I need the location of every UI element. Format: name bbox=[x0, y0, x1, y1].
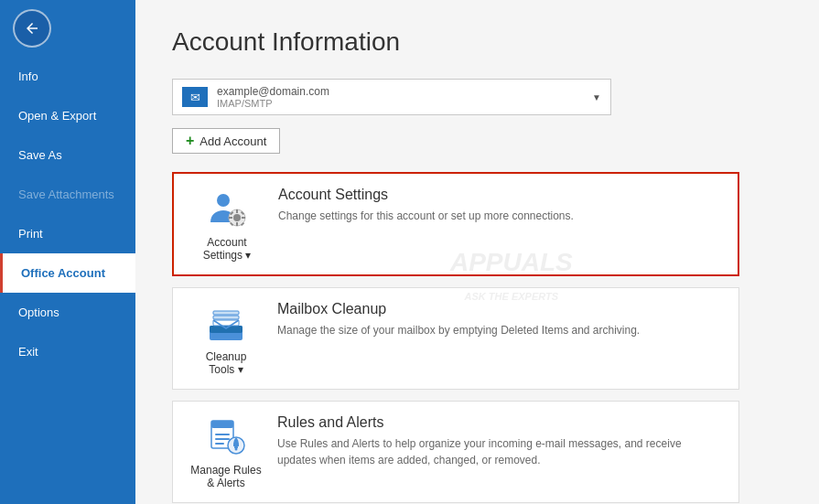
account-settings-icon bbox=[204, 187, 250, 232]
svg-rect-12 bbox=[210, 326, 242, 333]
svg-rect-5 bbox=[229, 217, 232, 219]
plus-icon: + bbox=[186, 134, 194, 148]
add-account-button[interactable]: + Add Account bbox=[172, 128, 280, 154]
svg-rect-6 bbox=[242, 217, 245, 219]
account-email: example@domain.com bbox=[217, 85, 585, 98]
cleanup-title: Mailbox Cleanup bbox=[277, 301, 722, 317]
sidebar-item-label: Exit bbox=[18, 345, 38, 359]
rules-icon-area: Manage Rules& Alerts bbox=[189, 414, 263, 489]
rules-alerts-card[interactable]: Manage Rules& Alerts Rules and Alerts Us… bbox=[172, 401, 739, 503]
account-settings-card[interactable]: AccountSettings ▾ Account Settings Chang… bbox=[172, 172, 739, 276]
cleanup-icon bbox=[203, 301, 249, 347]
account-settings-icon-label: AccountSettings ▾ bbox=[203, 236, 252, 262]
svg-rect-4 bbox=[236, 222, 238, 226]
svg-rect-20 bbox=[215, 443, 224, 445]
account-settings-text: Account Settings Change settings for thi… bbox=[278, 187, 721, 224]
back-button[interactable] bbox=[13, 9, 51, 48]
sidebar-item-options[interactable]: Options bbox=[0, 293, 135, 332]
sidebar-item-label: Info bbox=[18, 70, 38, 83]
rules-icon-label: Manage Rules& Alerts bbox=[190, 464, 261, 489]
sidebar-item-print[interactable]: Print bbox=[0, 214, 135, 253]
cleanup-icon-area: CleanupTools ▾ bbox=[189, 301, 263, 376]
sidebar-item-office-account[interactable]: Office Account bbox=[0, 253, 135, 293]
account-email-info: example@domain.com IMAP/SMTP bbox=[217, 85, 585, 109]
rules-text: Rules and Alerts Use Rules and Alerts to… bbox=[277, 414, 722, 468]
svg-point-23 bbox=[235, 448, 238, 451]
rules-icon bbox=[203, 414, 249, 460]
sidebar-item-label: Print bbox=[18, 227, 43, 241]
account-settings-icon-area: AccountSettings ▾ bbox=[190, 187, 264, 262]
svg-rect-18 bbox=[215, 434, 230, 435]
page-title: Account Information bbox=[172, 27, 782, 57]
sidebar-item-label: Options bbox=[18, 306, 59, 319]
main-content: Account Information example@domain.com I… bbox=[135, 0, 819, 504]
account-selector-dropdown[interactable]: example@domain.com IMAP/SMTP ▼ bbox=[172, 79, 611, 115]
rules-title: Rules and Alerts bbox=[277, 414, 722, 431]
dropdown-arrow-icon: ▼ bbox=[592, 92, 601, 102]
cleanup-text: Mailbox Cleanup Manage the size of your … bbox=[277, 301, 722, 338]
sidebar-item-exit[interactable]: Exit bbox=[0, 332, 135, 371]
sidebar: Info Open & Export Save As Save Attachme… bbox=[0, 0, 135, 504]
svg-rect-3 bbox=[236, 209, 238, 213]
sidebar-item-save-attachments: Save Attachments bbox=[0, 175, 135, 214]
account-type: IMAP/SMTP bbox=[217, 98, 585, 109]
sidebar-item-label: Save Attachments bbox=[18, 188, 114, 201]
mailbox-cleanup-card[interactable]: CleanupTools ▾ Mailbox Cleanup Manage th… bbox=[172, 287, 739, 390]
add-account-label: Add Account bbox=[199, 134, 266, 148]
sidebar-item-info[interactable]: Info bbox=[0, 57, 135, 96]
sidebar-item-label: Open & Export bbox=[18, 109, 96, 123]
svg-rect-14 bbox=[213, 316, 239, 319]
svg-rect-13 bbox=[213, 311, 239, 315]
svg-rect-17 bbox=[211, 421, 233, 428]
svg-point-2 bbox=[233, 214, 241, 221]
svg-rect-19 bbox=[215, 438, 230, 440]
cleanup-desc: Manage the size of your mailbox by empty… bbox=[277, 322, 722, 338]
sidebar-item-save-as[interactable]: Save As bbox=[0, 135, 135, 175]
email-icon bbox=[182, 87, 208, 107]
account-settings-desc: Change settings for this account or set … bbox=[278, 208, 721, 224]
cleanup-icon-label: CleanupTools ▾ bbox=[206, 350, 247, 376]
sidebar-item-open-export[interactable]: Open & Export bbox=[0, 96, 135, 135]
rules-desc: Use Rules and Alerts to help organize yo… bbox=[277, 435, 722, 468]
svg-point-0 bbox=[217, 194, 230, 207]
sidebar-item-label: Office Account bbox=[21, 266, 105, 280]
sidebar-item-label: Save As bbox=[18, 148, 62, 162]
account-settings-title: Account Settings bbox=[278, 187, 721, 203]
